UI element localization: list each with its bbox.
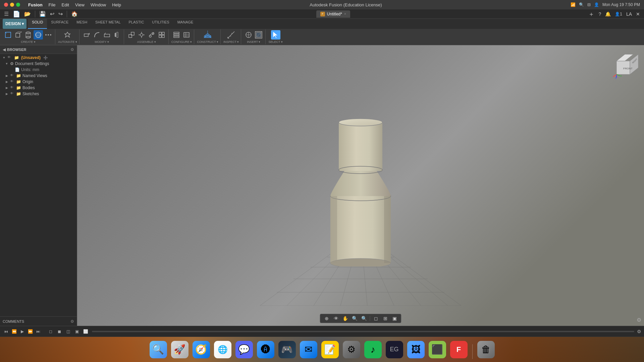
comments-settings-icon[interactable]: ⚙ [70,319,74,324]
menu-app[interactable]: Fusion [28,2,43,7]
browser-settings-icon[interactable]: ⚙ [70,47,74,52]
help-btn[interactable]: ? [597,11,602,17]
dock-discord[interactable]: 💬 [235,340,254,359]
assemble-joint-icon[interactable] [137,30,146,40]
timeline-track[interactable] [92,331,634,332]
dock-notes[interactable]: 📝 [321,340,339,359]
close-button[interactable] [4,3,8,7]
dock-chrome[interactable]: 🌐 [213,340,232,359]
assemble-new-component-icon[interactable] [127,30,136,40]
tab-manage[interactable]: MANAGE [173,19,198,29]
browser-bodies[interactable]: ▶ 👁 📁 Bodies [0,85,77,91]
design-dropdown[interactable]: DESIGN ▾ [3,19,26,29]
browser-collapse-icon[interactable]: ◀ [3,47,6,52]
user-profile[interactable]: LA [625,11,633,17]
dock-trash[interactable]: 🗑 [477,340,495,359]
window-close[interactable]: ✕ [635,11,641,17]
dock-safari[interactable]: 🧭 [192,340,211,359]
tab-plastic[interactable]: PLASTIC [125,19,148,29]
expand-icon-named-views[interactable]: ▶ [5,74,9,78]
dock-launchpad[interactable]: 🚀 [170,340,189,359]
modify-more-icon[interactable] [112,30,122,40]
tab-close-btn[interactable]: × [344,12,346,16]
browser-named-views[interactable]: ▶ 👁 📁 Named Views [0,73,77,79]
visibility-icon-sketches[interactable]: 👁 [10,92,15,96]
inspect-measure-icon[interactable] [226,30,236,40]
tab-solid[interactable]: SOLID [28,19,47,29]
timeline-prev-btn[interactable]: ⏪ [11,328,17,335]
orbit-icon[interactable]: ⊕ [322,315,331,322]
timeline-first-btn[interactable]: ⏮ [3,328,9,335]
redo-btn[interactable]: ↪ [57,10,64,18]
construct-offset-plane-icon[interactable] [203,30,212,40]
dock-steam[interactable]: 🎮 [278,340,297,359]
minimize-button[interactable] [10,3,14,7]
timeline-icon-3[interactable]: ◫ [64,328,72,335]
expand-icon-bodies[interactable]: ▶ [5,86,9,90]
tab-sheet-metal[interactable]: SHEET METAL [91,19,124,29]
automate-icon[interactable] [63,30,72,40]
dock-epic[interactable]: EG [385,340,404,359]
look-icon[interactable]: 👁 [332,315,340,322]
select-icon[interactable] [271,30,280,40]
expand-icon-root[interactable]: ▼ [2,56,6,60]
create-sphere-icon[interactable] [34,30,43,40]
pan-icon[interactable]: ✋ [341,315,350,322]
display-mode-icon[interactable]: ◻ [372,315,380,322]
modify-chamfer-icon[interactable] [102,30,112,40]
layout-icon[interactable]: ▣ [390,315,399,322]
dock-mail[interactable]: ✉ [299,340,318,359]
active-tab[interactable]: F Untitled* × [316,10,350,18]
zoom-icon[interactable]: 🔍 [351,315,359,322]
comments-panel[interactable]: COMMENTS ⚙ [0,316,77,326]
timeline-icon-2[interactable]: ◼ [56,328,63,335]
assemble-more-icon[interactable] [157,30,166,40]
dock-finder[interactable]: 🔍 [149,340,168,359]
timeline-icon-1[interactable]: ◻ [47,328,54,335]
menu-edit[interactable]: Edit [62,2,69,7]
browser-add-icon[interactable]: ➕ [43,56,48,60]
zoom-out-icon[interactable]: 🔍 [360,315,369,322]
dock-appstore[interactable]: 🅐 [256,340,275,359]
dock-preview[interactable]: 🖼 [407,340,425,359]
viewport-settings-icon[interactable]: ⚙ [637,317,641,323]
expand-icon-sketches[interactable]: ▶ [5,92,9,96]
browser-origin[interactable]: ▶ 👁 📁 Origin [0,79,77,85]
add-tab-btn[interactable]: ＋ [587,9,596,19]
user-count[interactable]: 👤1 [613,11,624,17]
create-new-body-icon[interactable] [3,30,13,40]
visibility-icon-root[interactable]: 👁 [7,55,12,60]
create-cylinder-icon[interactable] [23,30,33,40]
expand-icon-origin[interactable]: ▶ [5,80,9,84]
new-document-btn[interactable]: 📄 [11,10,21,18]
create-box-icon[interactable] [13,30,23,40]
tab-mesh[interactable]: MESH [72,19,91,29]
tab-utilities[interactable]: UTILITIES [148,19,173,29]
control-center-icon[interactable]: ⊟ [587,2,591,7]
sidebar-toggle[interactable]: ☰ [3,10,10,18]
menu-view[interactable]: View [75,2,85,7]
browser-doc-settings[interactable]: ▼ ⚙ Document Settings [0,61,77,67]
visibility-icon-named-views[interactable]: 👁 [10,73,15,78]
expand-icon-settings[interactable]: ▼ [5,62,9,66]
insert-derive-icon[interactable] [244,30,253,40]
timeline-icon-5[interactable]: ⬜ [82,328,89,335]
menu-help[interactable]: Help [112,2,121,7]
search-icon[interactable]: 🔍 [579,2,584,7]
grid-icon[interactable]: ⊞ [381,315,390,322]
visibility-icon-bodies[interactable]: 👁 [10,85,15,90]
undo-btn[interactable]: ↩ [49,10,56,18]
insert-canvas-icon[interactable] [254,30,263,40]
timeline-icon-4[interactable]: ▣ [73,328,80,335]
modify-fillet-icon[interactable] [92,30,102,40]
timeline-play-btn[interactable]: ▶ [19,328,25,335]
dock-minecraft[interactable]: ⬛ [428,340,447,359]
notifications-btn[interactable]: 🔔 [604,11,612,17]
nav-cube[interactable]: FRONT RIGHT Z X [610,49,640,79]
3d-canvas[interactable]: FRONT RIGHT Z X ⊕ 👁 ✋ [77,45,644,326]
timeline-last-btn[interactable]: ⏭ [35,328,42,335]
browser-sketches[interactable]: ▶ 👁 📁 Sketches [0,91,77,97]
maximize-button[interactable] [16,3,20,7]
open-btn[interactable]: 📂 [23,10,32,18]
timeline-settings-icon[interactable]: ⚙ [637,329,641,334]
